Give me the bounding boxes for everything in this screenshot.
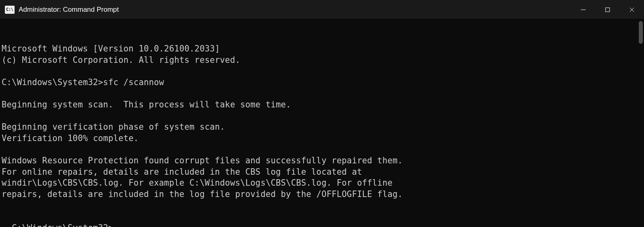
window-controls bbox=[571, 0, 644, 19]
terminal-line: Windows Resource Protection found corrup… bbox=[2, 155, 642, 167]
scrollbar-track[interactable] bbox=[638, 19, 644, 227]
terminal-lines: Microsoft Windows [Version 10.0.26100.20… bbox=[2, 43, 642, 211]
terminal-line: Beginning system scan. This process will… bbox=[2, 99, 642, 111]
terminal-line: Verification 100% complete. bbox=[2, 133, 642, 144]
terminal-output[interactable]: Microsoft Windows [Version 10.0.26100.20… bbox=[0, 19, 644, 227]
minimize-button[interactable] bbox=[571, 0, 595, 19]
terminal-line bbox=[2, 111, 642, 122]
terminal-line bbox=[2, 66, 642, 77]
terminal-line: Beginning verification phase of system s… bbox=[2, 122, 642, 133]
terminal-line: For online repairs, details are included… bbox=[2, 167, 642, 178]
terminal-line bbox=[2, 144, 642, 156]
maximize-button[interactable] bbox=[595, 0, 620, 19]
cmd-icon: C:\ bbox=[5, 6, 15, 14]
scrollbar-thumb[interactable] bbox=[639, 21, 643, 44]
terminal-line: (c) Microsoft Corporation. All rights re… bbox=[2, 55, 642, 66]
terminal-prompt: C:\Windows\System32> bbox=[12, 223, 113, 227]
close-icon bbox=[629, 7, 635, 13]
svg-rect-1 bbox=[606, 8, 610, 12]
titlebar-left: C:\ Administrator: Command Prompt bbox=[0, 6, 119, 14]
terminal-line: Microsoft Windows [Version 10.0.26100.20… bbox=[2, 43, 642, 55]
terminal-line: repairs, details are included in the log… bbox=[2, 189, 642, 200]
close-button[interactable] bbox=[620, 0, 644, 19]
terminal-line: C:\Windows\System32>sfc /scannow bbox=[2, 77, 642, 88]
window-title: Administrator: Command Prompt bbox=[19, 6, 119, 14]
minimize-icon bbox=[580, 7, 586, 13]
terminal-line: windir\Logs\CBS\CBS.log. For example C:\… bbox=[2, 178, 642, 189]
terminal-line bbox=[2, 88, 642, 100]
window-titlebar: C:\ Administrator: Command Prompt bbox=[0, 0, 644, 19]
maximize-icon bbox=[605, 7, 610, 13]
terminal-line bbox=[2, 200, 642, 212]
